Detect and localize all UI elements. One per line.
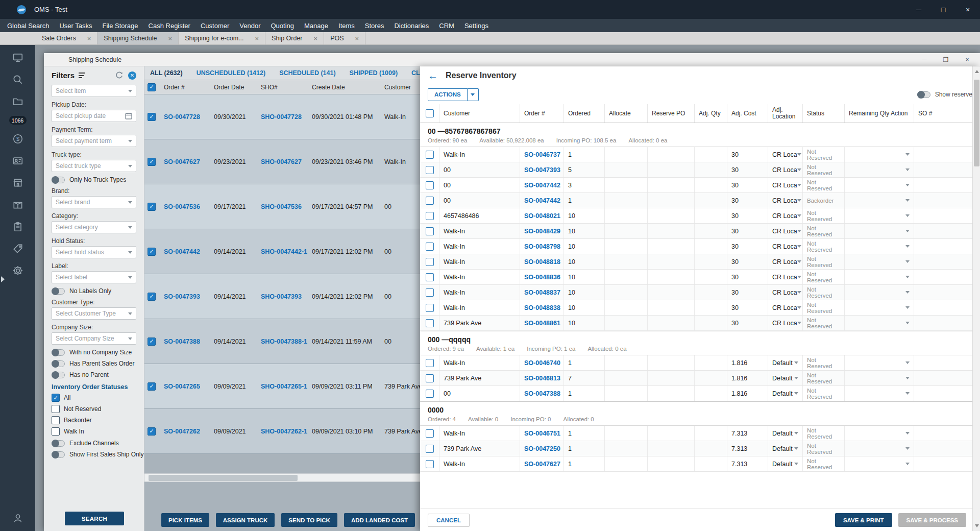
- dropdown-caret-icon[interactable]: [905, 276, 910, 278]
- remaining-qty-action-select[interactable]: [845, 270, 914, 284]
- dropdown-caret-icon[interactable]: [797, 199, 801, 202]
- dropdown-caret-icon[interactable]: [905, 322, 910, 324]
- select-select-hold-status[interactable]: Select hold status: [52, 246, 136, 258]
- remaining-qty-action-select[interactable]: [845, 208, 914, 223]
- adj-location-select[interactable]: Default: [768, 456, 803, 471]
- select-select-truck-type[interactable]: Select truck type: [52, 160, 136, 172]
- order-link[interactable]: SO-0047393: [524, 166, 560, 174]
- row-checkbox[interactable]: [426, 243, 434, 251]
- menu-item-quoting[interactable]: Quoting: [265, 22, 299, 30]
- dropdown-caret-icon[interactable]: [797, 168, 801, 171]
- row-checkbox[interactable]: [426, 304, 434, 312]
- menu-item-dictionaries[interactable]: Dictionaries: [389, 22, 434, 30]
- document-tab-ship-order[interactable]: Ship Order×: [265, 32, 324, 44]
- select-select-customer-type[interactable]: Select Customer Type: [52, 307, 136, 320]
- sidebar-item-folder[interactable]: [10, 94, 26, 109]
- sidebar-item-store[interactable]: [10, 175, 26, 190]
- dropdown-caret-icon[interactable]: [905, 291, 910, 294]
- dropdown-caret-icon[interactable]: [797, 276, 801, 278]
- dropdown-caret-icon[interactable]: [797, 245, 801, 248]
- row-checkbox[interactable]: ✓: [148, 158, 156, 166]
- order-link[interactable]: SO-0048838: [524, 304, 560, 311]
- save-process-button[interactable]: SAVE & PROCESS: [898, 513, 966, 527]
- dropdown-caret-icon[interactable]: [128, 140, 132, 142]
- row-checkbox[interactable]: [426, 166, 434, 174]
- reserve-row[interactable]: 739 Park AveSO-004725017.313DefaultNot R…: [420, 441, 972, 456]
- action-button-assign-truck[interactable]: ASSIGN TRUCK: [216, 513, 275, 527]
- adj-location-select[interactable]: Default: [768, 441, 803, 456]
- order-link[interactable]: SO-0048818: [524, 258, 560, 266]
- dropdown-caret-icon[interactable]: [797, 260, 801, 263]
- dropdown-caret-icon[interactable]: [905, 184, 910, 186]
- adj-location-select[interactable]: CR Loca: [768, 193, 803, 208]
- adj-location-select[interactable]: CR Loca: [768, 254, 803, 269]
- status-tab-scheduled-141[interactable]: SCHEDULED (141): [279, 69, 335, 77]
- order-link[interactable]: SO-0046751: [524, 430, 560, 437]
- order-link[interactable]: SO-0047262: [164, 428, 200, 435]
- dropdown-caret-icon[interactable]: [905, 214, 910, 217]
- reserve-row[interactable]: Walk-InSO-00488381030CR LocaNot Reserved: [420, 300, 972, 316]
- adj-location-select[interactable]: Default: [768, 371, 803, 385]
- sidebar-item-user[interactable]: [10, 511, 26, 526]
- remaining-qty-action-select[interactable]: [845, 224, 914, 238]
- dropdown-caret-icon[interactable]: [905, 245, 910, 248]
- window-restore-button[interactable]: ❐: [935, 53, 957, 66]
- order-link[interactable]: SO-0048429: [524, 228, 560, 235]
- select-select-company-size[interactable]: Select Company Size: [52, 332, 136, 345]
- sidebar-item-gear[interactable]: [10, 263, 26, 278]
- scroll-up-icon[interactable]: [975, 70, 979, 73]
- tab-close-icon[interactable]: ×: [87, 35, 91, 42]
- menu-item-cash-register[interactable]: Cash Register: [143, 22, 195, 30]
- row-checkbox[interactable]: [426, 258, 434, 266]
- sidebar-item-box[interactable]: [10, 197, 26, 212]
- close-button[interactable]: ×: [955, 0, 980, 19]
- adj-location-select[interactable]: CR Loca: [768, 300, 803, 315]
- dropdown-caret-icon[interactable]: [794, 392, 798, 395]
- window-close-button[interactable]: ×: [957, 53, 978, 66]
- menu-item-stores[interactable]: Stores: [360, 22, 389, 30]
- reserve-row[interactable]: Walk-InSO-00487981030CR LocaNot Reserved: [420, 239, 972, 254]
- reserve-row[interactable]: Walk-InSO-0046737130CR LocaNot Reserved: [420, 147, 972, 162]
- dropdown-caret-icon[interactable]: [794, 377, 798, 379]
- dropdown-caret-icon[interactable]: [797, 230, 801, 232]
- dropdown-caret-icon[interactable]: [905, 306, 910, 309]
- select-all-checkbox[interactable]: ✓: [148, 83, 156, 91]
- checkbox-box[interactable]: ✓: [52, 394, 60, 402]
- sidebar-item-search[interactable]: [10, 72, 26, 87]
- reserve-row[interactable]: Walk-InSO-004674011.816DefaultNot Reserv…: [420, 355, 972, 371]
- maximize-button[interactable]: □: [931, 0, 955, 19]
- dropdown-caret-icon[interactable]: [794, 463, 798, 465]
- adj-location-select[interactable]: Default: [768, 355, 803, 370]
- reserve-row[interactable]: 00SO-0047393530CR LocaNot Reserved: [420, 162, 972, 178]
- remaining-qty-action-select[interactable]: [845, 162, 914, 177]
- reserve-row[interactable]: 00SO-0047442130CR LocaBackorder: [420, 193, 972, 208]
- row-checkbox[interactable]: [426, 359, 434, 367]
- sho-link[interactable]: SHO-0047627: [261, 158, 302, 165]
- sidebar-expander-icon[interactable]: [1, 276, 5, 282]
- select-select-category[interactable]: Select category: [52, 221, 136, 233]
- row-checkbox[interactable]: ✓: [148, 427, 156, 436]
- dropdown-caret-icon[interactable]: [905, 361, 910, 364]
- remaining-qty-action-select[interactable]: [845, 426, 914, 441]
- order-link[interactable]: SO-0047728: [164, 113, 200, 120]
- dropdown-caret-icon[interactable]: [905, 392, 910, 395]
- checkbox-box[interactable]: [52, 416, 60, 424]
- filter-menu-icon[interactable]: [79, 73, 85, 78]
- minimize-button[interactable]: ─: [906, 0, 931, 19]
- sho-link[interactable]: SHO-0047536: [261, 203, 302, 210]
- dropdown-caret-icon[interactable]: [797, 153, 801, 156]
- tab-close-icon[interactable]: ×: [255, 35, 259, 42]
- action-button-pick-items[interactable]: PICK ITEMS: [161, 513, 209, 527]
- select-select-item[interactable]: Select item: [52, 85, 136, 97]
- tab-close-icon[interactable]: ×: [168, 35, 173, 42]
- window-minimize-button[interactable]: ─: [914, 53, 935, 66]
- order-link[interactable]: SO-0047442: [164, 248, 200, 255]
- document-tab-pos[interactable]: POS×: [324, 32, 365, 44]
- clear-filters-icon[interactable]: ✕: [128, 71, 136, 80]
- order-link[interactable]: SO-0047393: [164, 293, 200, 300]
- adj-location-select[interactable]: CR Loca: [768, 162, 803, 177]
- menu-item-settings[interactable]: Settings: [459, 22, 494, 30]
- sho-link[interactable]: SHO-0047442-1: [261, 248, 307, 255]
- toggle-only-no-truck-types[interactable]: Only No Truck Types: [52, 176, 136, 183]
- remaining-qty-action-select[interactable]: [845, 386, 914, 401]
